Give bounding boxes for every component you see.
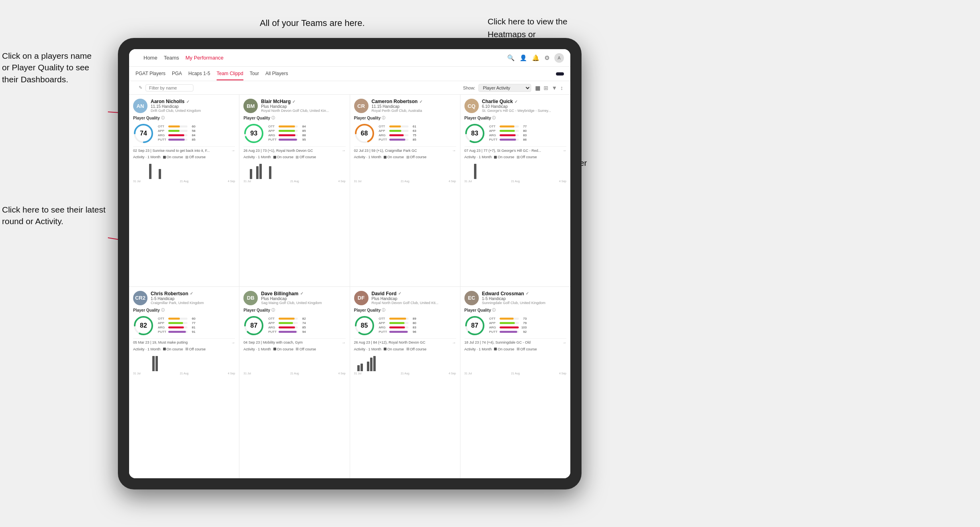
tab-all-players[interactable]: All Players [265, 68, 288, 80]
stat-value: 91 [189, 330, 195, 334]
stat-row: PUTT 91 [158, 330, 235, 334]
quality-label[interactable]: Player Quality ⓘ [243, 308, 345, 313]
stat-label: APP [489, 129, 498, 133]
latest-round[interactable]: 04 Sep 23 | Mobility with coach, Gym → [243, 338, 345, 345]
stat-row: OTT 77 [489, 125, 566, 128]
score-circle[interactable]: 87 [464, 315, 485, 336]
latest-round[interactable]: 02 Jul 23 | 59 (+1), Craigmillar Park GC… [354, 146, 456, 153]
settings-icon[interactable]: ⚙ [544, 54, 550, 62]
chart-bar [159, 169, 161, 179]
activity-section: Activity · 1 Month On course Off course … [133, 347, 235, 375]
quality-label[interactable]: Player Quality ⓘ [133, 115, 235, 121]
tab-pga[interactable]: PGA [172, 68, 182, 80]
filter-icon[interactable]: ▼ [551, 84, 558, 92]
grid-view-icon[interactable]: ▦ [534, 84, 541, 92]
player-name[interactable]: Chris Robertson ✓ [151, 291, 235, 296]
tab-team-clippd[interactable]: Team Clippd [217, 68, 243, 80]
list-view-icon[interactable]: ⊞ [543, 84, 549, 92]
player-card[interactable]: DF David Ford ✓ Plus Handicap Royal Nort… [350, 287, 460, 479]
latest-round[interactable]: 02 Sep 23 | Sunrise round to get back in… [133, 146, 235, 153]
quality-content: 82 OTT 60 APP 77 ARG [133, 315, 235, 336]
score-circle[interactable]: 82 [133, 315, 154, 336]
stat-label: APP [268, 129, 277, 133]
nav-link-home[interactable]: Home [143, 53, 157, 62]
tab-tour[interactable]: Tour [250, 68, 259, 80]
player-header: DB Dave Billingham ✓ Plus Handicap Sag M… [243, 291, 345, 305]
sort-icon[interactable]: ↕ [560, 84, 564, 92]
quality-label[interactable]: Player Quality ⓘ [354, 115, 456, 121]
stat-bar-bg [500, 130, 519, 132]
player-card[interactable]: BM Blair McHarg ✓ Plus Handicap Royal No… [239, 95, 349, 286]
info-icon: ⓘ [382, 115, 385, 121]
score-circle[interactable]: 83 [464, 123, 485, 144]
legend-off-course: Off course [185, 347, 205, 351]
stat-bar-fill [500, 125, 514, 127]
tab-hcaps[interactable]: Hcaps 1-5 [188, 68, 210, 80]
add-team-button[interactable] [556, 72, 564, 76]
round-text: 26 Aug 23 | 73 (+1), Royal North Devon G… [243, 149, 313, 153]
player-card[interactable]: CR Cameron Robertson ✓ 11.15 Handicap Ro… [350, 95, 460, 286]
avatar[interactable]: A [554, 53, 564, 63]
player-card[interactable]: AN Aaron Nicholls ✓ 11.15 Handicap Drift… [129, 95, 239, 286]
round-arrow: → [342, 340, 346, 345]
stat-value: 86 [520, 138, 527, 141]
stat-value: 79 [520, 321, 527, 325]
player-handicap: 1-5 Handicap [151, 296, 235, 301]
player-card[interactable]: CQ Charlie Quick ✓ 6.10 Handicap St. Geo… [460, 95, 570, 286]
player-card[interactable]: CR2 Chris Robertson ✓ 1-5 Handicap Craig… [129, 287, 239, 479]
bell-icon[interactable]: 🔔 [532, 54, 540, 62]
on-course-dot [273, 348, 276, 350]
player-header: AN Aaron Nicholls ✓ 11.15 Handicap Drift… [133, 99, 235, 113]
stat-label: OTT [268, 125, 277, 128]
score-circle[interactable]: 85 [354, 315, 375, 336]
score-circle[interactable]: 93 [243, 123, 264, 144]
player-name[interactable]: Cameron Robertson ✓ [372, 99, 456, 104]
tab-pgat[interactable]: PGAT Players [135, 68, 165, 80]
player-info: Aaron Nicholls ✓ 11.15 Handicap Drift Go… [151, 99, 235, 113]
avatar: BM [243, 99, 258, 113]
stat-bar-bg [500, 326, 519, 328]
stat-bar-bg [389, 139, 408, 141]
score-circle[interactable]: 74 [133, 123, 154, 144]
player-card[interactable]: EC Edward Crossman ✓ 1-5 Handicap Sunnin… [460, 287, 570, 479]
edit-icon[interactable]: ✎ [139, 85, 142, 90]
player-card[interactable]: DB Dave Billingham ✓ Plus Handicap Sag M… [239, 287, 349, 479]
latest-round[interactable]: 26 Aug 23 | 73 (+1), Royal North Devon G… [243, 146, 345, 153]
chart-bar [256, 166, 259, 179]
activity-section: Activity · 1 Month On course Off course … [354, 155, 456, 183]
latest-round[interactable]: 18 Jul 23 | 74 (+4), Sunningdale GC - Ol… [464, 338, 566, 345]
player-name[interactable]: Aaron Nicholls ✓ [151, 99, 235, 104]
score-circle[interactable]: 68 [354, 123, 375, 144]
player-name[interactable]: Edward Crossman ✓ [482, 291, 566, 296]
player-name[interactable]: Charlie Quick ✓ [482, 99, 566, 104]
quality-label[interactable]: Player Quality ⓘ [354, 308, 456, 313]
latest-round[interactable]: 07 Aug 23 | 77 (+7), St George's Hill GC… [464, 146, 566, 153]
person-icon[interactable]: 👤 [520, 54, 527, 62]
stat-bar-fill [500, 130, 515, 132]
quality-label[interactable]: Player Quality ⓘ [464, 308, 566, 313]
annotation-left-bottom: Click here to see their latestround or A… [2, 204, 106, 227]
player-handicap: Plus Handicap [372, 296, 456, 301]
search-input[interactable] [145, 84, 193, 91]
legend-off-course: Off course [406, 347, 426, 351]
nav-link-performance[interactable]: My Performance [185, 53, 223, 62]
annotation-left-top: Click on a players nameor Player Quality… [2, 50, 92, 85]
stat-row: APP 80 [379, 321, 456, 325]
round-text: 18 Jul 23 | 74 (+4), Sunningdale GC - Ol… [464, 340, 531, 344]
quality-label[interactable]: Player Quality ⓘ [243, 115, 345, 121]
latest-round[interactable]: 05 Mar 23 | 19, Must make putting → [133, 338, 235, 345]
legend-on-course: On course [384, 155, 404, 159]
quality-label[interactable]: Player Quality ⓘ [464, 115, 566, 121]
player-name[interactable]: Dave Billingham ✓ [261, 291, 345, 296]
player-name[interactable]: Blair McHarg ✓ [261, 99, 345, 104]
score-circle[interactable]: 87 [243, 315, 264, 336]
on-course-label: On course [167, 347, 183, 351]
search-icon[interactable]: 🔍 [507, 54, 515, 62]
latest-round[interactable]: 26 Aug 23 | 84 (+12), Royal North Devon … [354, 338, 456, 345]
show-select[interactable]: Player Activity Quality Score Trend [478, 84, 531, 92]
axis-label: 4 Sep [338, 180, 345, 183]
quality-label[interactable]: Player Quality ⓘ [133, 308, 235, 313]
axis-label: 31 Jul [464, 372, 472, 375]
player-name[interactable]: David Ford ✓ [372, 291, 456, 296]
nav-link-teams[interactable]: Teams [164, 53, 179, 62]
